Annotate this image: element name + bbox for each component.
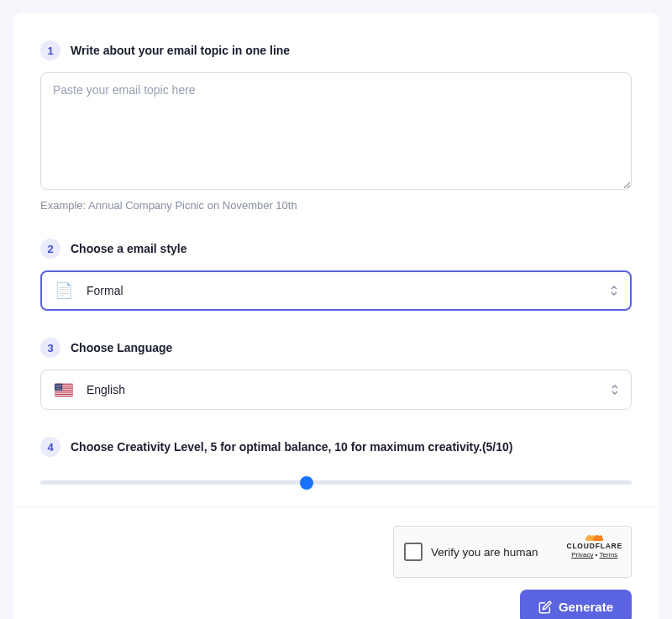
generate-button[interactable]: Generate (520, 590, 632, 619)
cloudflare-icon (566, 533, 622, 541)
svg-point-12 (56, 386, 57, 386)
captcha-checkbox[interactable] (404, 543, 423, 561)
step-label: Choose Language (71, 341, 172, 354)
example-value: Annual Company Picnic on November 10th (88, 199, 297, 212)
svg-rect-4 (55, 391, 73, 391)
us-flag-icon (55, 382, 73, 397)
step-topic: 1 Write about your email topic in one li… (40, 40, 632, 212)
svg-point-18 (59, 386, 60, 387)
svg-point-16 (55, 386, 56, 387)
svg-point-20 (56, 387, 57, 388)
chevron-up-down-icon (611, 384, 619, 396)
svg-point-26 (59, 389, 60, 390)
slider-fill (40, 480, 307, 485)
creativity-slider[interactable] (40, 469, 632, 490)
svg-point-23 (60, 387, 61, 388)
step-style: 2 Choose a email style 📄 Formal (40, 239, 632, 311)
svg-point-24 (55, 389, 56, 390)
svg-point-8 (55, 384, 56, 385)
language-selected-value: English (87, 383, 125, 396)
cloudflare-name: CLOUDFLARE (566, 542, 622, 550)
step-label: Choose Creativity Level, 5 for optimal b… (71, 440, 513, 454)
step-number-badge: 1 (40, 40, 60, 60)
step-header: 1 Write about your email topic in one li… (40, 40, 632, 60)
example-prefix: Example: (40, 199, 88, 212)
email-style-select[interactable]: 📄 Formal (40, 270, 632, 311)
svg-point-9 (57, 384, 58, 385)
language-select[interactable]: English (40, 370, 632, 410)
captcha-links: Privacy • Terms (566, 551, 622, 559)
step-language: 3 Choose Language (40, 338, 632, 410)
svg-point-11 (60, 384, 60, 385)
step-header: 3 Choose Language (40, 338, 632, 358)
edit-icon (538, 601, 552, 614)
step-label: Write about your email topic in one line (71, 44, 290, 57)
captcha-text: Verify you are human (431, 546, 538, 559)
captcha-privacy-link[interactable]: Privacy (571, 551, 593, 559)
step-number-badge: 2 (40, 239, 60, 259)
step-number-badge: 4 (40, 437, 60, 457)
svg-rect-6 (55, 394, 73, 395)
email-topic-input[interactable] (40, 72, 632, 190)
form-footer: Verify you are human CLOUDFLARE Privacy … (13, 506, 659, 619)
svg-point-21 (58, 387, 59, 388)
svg-point-15 (60, 386, 61, 386)
svg-point-14 (60, 386, 60, 386)
svg-point-27 (60, 389, 60, 390)
svg-point-19 (60, 386, 60, 387)
step-header: 4 Choose Creativity Level, 5 for optimal… (40, 437, 632, 457)
style-selected-value: Formal (87, 284, 123, 297)
captcha-brand: CLOUDFLARE Privacy • Terms (566, 533, 622, 559)
svg-point-25 (57, 389, 58, 390)
slider-track (40, 480, 632, 485)
step-number-badge: 3 (40, 338, 60, 358)
creativity-label-prefix: Choose Creativity Level, 5 for optimal b… (71, 440, 482, 454)
svg-point-22 (60, 387, 60, 388)
step-creativity: 4 Choose Creativity Level, 5 for optimal… (40, 437, 632, 490)
chevron-up-down-icon (610, 285, 618, 296)
svg-point-13 (58, 386, 59, 386)
form-card: 1 Write about your email topic in one li… (13, 13, 659, 619)
svg-rect-5 (55, 392, 73, 393)
generate-label: Generate (559, 600, 613, 614)
step-label: Choose a email style (71, 242, 187, 255)
captcha-terms-link[interactable]: Terms (600, 551, 618, 559)
creativity-display: (5/10) (482, 440, 513, 454)
page-facing-up-icon: 📄 (55, 283, 73, 298)
slider-thumb[interactable] (300, 476, 313, 490)
svg-point-10 (59, 384, 60, 385)
example-text: Example: Annual Company Picnic on Novemb… (40, 199, 632, 212)
captcha-widget: Verify you are human CLOUDFLARE Privacy … (393, 526, 632, 578)
svg-point-17 (57, 386, 58, 387)
step-header: 2 Choose a email style (40, 239, 632, 259)
